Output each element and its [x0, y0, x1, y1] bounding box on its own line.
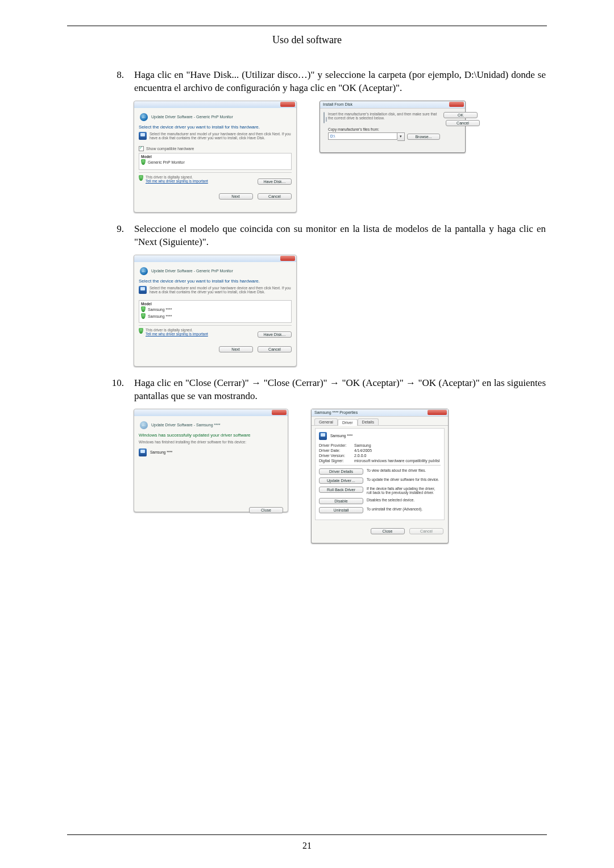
page-number: 21	[0, 841, 614, 851]
step-number: 10.	[108, 377, 124, 403]
step-8: 8. Haga clic en "Have Disk... (Utilizar …	[108, 69, 546, 95]
tab-details[interactable]: Details	[358, 418, 379, 425]
wizard-choose-model: ← Update Driver Software - Generic PnP M…	[134, 255, 297, 367]
step-9: 9. Seleccione el modelo que coincida con…	[108, 223, 546, 249]
window-titlebar	[134, 101, 296, 108]
update-driver-button[interactable]: Update Driver…	[319, 477, 363, 484]
monitor-icon	[139, 286, 147, 294]
monitor-icon	[139, 132, 147, 140]
cancel-button[interactable]: Cancel	[258, 346, 292, 352]
description: To update the driver software for this d…	[367, 477, 441, 481]
tabs: General Driver Details	[312, 417, 448, 426]
window-titlebar	[134, 255, 296, 262]
step-number: 9.	[108, 223, 124, 249]
shield-icon	[139, 328, 143, 334]
signing-link[interactable]: Tell me why driver signing is important	[146, 179, 208, 183]
description: If the device fails after updating the d…	[367, 487, 441, 495]
page-content: 8. Haga clic en "Have Disk... (Utilizar …	[68, 69, 546, 543]
wizard-hint: Select the manufacturer and model of you…	[150, 286, 292, 294]
browse-button[interactable]: Browse...	[407, 134, 440, 140]
list-item-label: Generic PnP Monitor	[148, 160, 185, 164]
close-icon[interactable]	[272, 410, 287, 415]
description: Disables the selected device.	[367, 498, 441, 502]
dialog-title: Samsung **** Properties	[312, 409, 448, 417]
page-header: Uso del software	[68, 34, 546, 46]
model-list[interactable]: Model Generic PnP Monitor	[139, 153, 292, 170]
uninstall-button[interactable]: Uninstall	[319, 507, 363, 513]
monitor-icon	[139, 448, 147, 456]
step-text: Seleccione el modelo que coincida con su…	[134, 223, 546, 249]
roll-back-driver-button[interactable]: Roll Back Driver	[319, 487, 363, 493]
cancel-button[interactable]: Cancel	[446, 120, 480, 126]
tab-driver[interactable]: Driver	[338, 419, 358, 426]
close-button[interactable]: Close	[249, 507, 283, 513]
next-button[interactable]: Next	[219, 346, 253, 352]
breadcrumb-label: Update Driver Software - Generic PnP Mon…	[151, 115, 233, 119]
value: Samsung	[354, 443, 441, 447]
close-icon[interactable]	[280, 256, 295, 261]
list-item[interactable]: Samsung ****	[141, 306, 289, 313]
column-header: Model	[141, 302, 289, 306]
have-disk-button[interactable]: Have Disk…	[258, 331, 292, 338]
column-header: Model	[141, 155, 289, 159]
list-item-label: Samsung ****	[148, 314, 172, 318]
breadcrumb-label: Update Driver Software - Samsung ****	[151, 423, 220, 427]
have-disk-button[interactable]: Have Disk…	[258, 178, 292, 185]
back-icon[interactable]: ←	[140, 267, 148, 275]
label: Digital Signer:	[319, 459, 354, 463]
back-icon[interactable]: ←	[140, 113, 148, 121]
step-text: Haga clic en "Close (Cerrar)" → "Close (…	[134, 377, 546, 403]
signed-label: This driver is digitally signed.	[146, 175, 208, 179]
copy-from-label: Copy manufacturer's files from:	[328, 127, 440, 131]
list-item-label: Samsung ****	[148, 308, 172, 312]
shield-icon	[141, 306, 146, 312]
close-icon[interactable]	[449, 102, 464, 107]
monitor-icon	[319, 432, 327, 440]
wizard-select-driver: ← Update Driver Software - Generic PnP M…	[134, 101, 297, 213]
disable-button[interactable]: Disable	[319, 498, 363, 504]
list-item[interactable]: Generic PnP Monitor	[141, 159, 289, 165]
wizard-subtitle: Windows has finished installing the driv…	[139, 440, 283, 444]
signed-label: This driver is digitally signed.	[146, 328, 208, 332]
tab-general[interactable]: General	[314, 418, 338, 425]
model-list[interactable]: Model Samsung **** Samsung ****	[139, 300, 292, 323]
wizard-title: Select the device driver you want to ins…	[139, 124, 292, 130]
dialog-message: Insert the manufacturer's installation d…	[328, 112, 440, 121]
shield-icon	[141, 313, 146, 319]
show-compatible-checkbox[interactable]: Show compatible hardware	[139, 146, 292, 151]
rule-top	[67, 26, 547, 26]
driver-properties-dialog: Samsung **** Properties General Driver D…	[311, 409, 449, 543]
cancel-button: Cancel	[409, 528, 443, 534]
next-button[interactable]: Next	[219, 193, 253, 200]
path-field[interactable]: D:\ ▾	[328, 132, 405, 141]
description: To uninstall the driver (Advanced).	[367, 507, 441, 511]
label: Driver Version:	[319, 454, 354, 458]
chevron-down-icon[interactable]: ▾	[397, 132, 405, 141]
signing-link[interactable]: Tell me why driver signing is important	[146, 332, 208, 336]
wizard-hint: Select the manufacturer and model of you…	[150, 132, 292, 140]
checkbox-label: Show compatible hardware	[146, 147, 194, 151]
floppy-icon	[323, 112, 325, 123]
shield-icon	[139, 175, 143, 181]
label: Driver Date:	[319, 448, 354, 452]
close-button[interactable]: Close	[371, 528, 405, 534]
close-icon[interactable]	[280, 102, 295, 107]
list-item[interactable]: Samsung ****	[141, 313, 289, 319]
breadcrumb: ← Update Driver Software - Generic PnP M…	[139, 111, 292, 123]
cancel-button[interactable]: Cancel	[258, 193, 292, 200]
driver-details-button[interactable]: Driver Details	[319, 468, 363, 475]
ok-button[interactable]: OK	[443, 112, 478, 118]
document-page: Uso del software 8. Haga clic en "Have D…	[0, 0, 614, 868]
back-icon: ←	[140, 421, 148, 429]
wizard-success: ← Update Driver Software - Samsung **** …	[134, 409, 288, 512]
close-icon[interactable]	[428, 410, 447, 415]
breadcrumb-label: Update Driver Software - Generic PnP Mon…	[151, 269, 233, 273]
rule-bottom	[67, 834, 547, 835]
value: 4/14/2005	[354, 448, 441, 452]
label: Driver Provider:	[319, 443, 354, 447]
shield-icon	[141, 159, 146, 165]
device-name: Samsung ****	[150, 450, 172, 454]
description: To view details about the driver files.	[367, 468, 441, 472]
value: microsoft windows hardware compatibility…	[354, 459, 441, 463]
wizard-title: Windows has successfully updated your dr…	[139, 433, 283, 438]
